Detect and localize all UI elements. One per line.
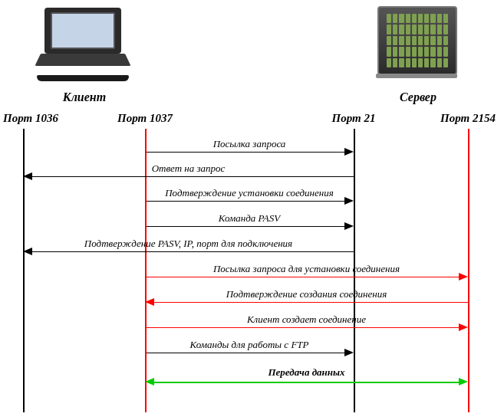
- msg-4: Команда PASV: [145, 212, 354, 225]
- client-label: Клиент: [46, 90, 123, 104]
- port-1037-label: Порт 1037: [114, 112, 176, 125]
- arrow-6: [147, 277, 459, 277]
- arrowhead-9: [344, 349, 354, 356]
- msg-9: Команды для работы с FTP: [145, 339, 354, 351]
- msg-7: Подтверждение создания соединения: [145, 288, 468, 300]
- msg-8: Клиент создает соединение: [145, 313, 468, 326]
- arrowhead-4: [344, 222, 354, 230]
- arrowhead-2: [23, 172, 32, 180]
- port-1036-label: Порт 1036: [0, 112, 61, 125]
- msg-5: Подтверждение PASV, IP, порт для подключ…: [23, 238, 354, 250]
- arrow-5: [32, 251, 354, 252]
- port-21-label: Порт 21: [323, 112, 384, 125]
- arrow-3: [147, 201, 344, 202]
- arrowhead-10-left: [145, 378, 154, 386]
- arrow-10: [154, 382, 459, 383]
- arrow-1: [147, 152, 344, 153]
- port-2154-label: Порт 2154: [436, 112, 500, 125]
- msg-10: Передача данных: [145, 366, 468, 379]
- lifeline-2154: [468, 129, 469, 412]
- arrowhead-6: [459, 273, 468, 281]
- arrow-8: [147, 327, 459, 328]
- arrowhead-10-right: [459, 378, 468, 386]
- msg-2: Ответ на запрос: [23, 162, 354, 175]
- arrowhead-8: [459, 323, 468, 331]
- arrowhead-1: [344, 148, 354, 156]
- arrow-9: [147, 353, 344, 353]
- msg-6: Посылка запроса для установки соединения: [145, 263, 468, 275]
- sequence-diagram: Клиент Сервер Порт 1036 Порт 1037 Порт 2…: [0, 0, 504, 420]
- msg-1: Посылка запроса: [145, 138, 354, 150]
- msg-3: Подтверждение установки соединения: [145, 187, 354, 199]
- server-label: Сервер: [380, 90, 456, 104]
- arrow-7: [154, 302, 468, 303]
- arrowhead-7: [145, 298, 154, 306]
- laptop-icon: [37, 8, 129, 84]
- arrow-2: [32, 176, 354, 177]
- arrow-4: [147, 226, 344, 227]
- arrowhead-5: [23, 248, 32, 255]
- server-icon: [376, 6, 460, 83]
- arrowhead-3: [344, 197, 354, 205]
